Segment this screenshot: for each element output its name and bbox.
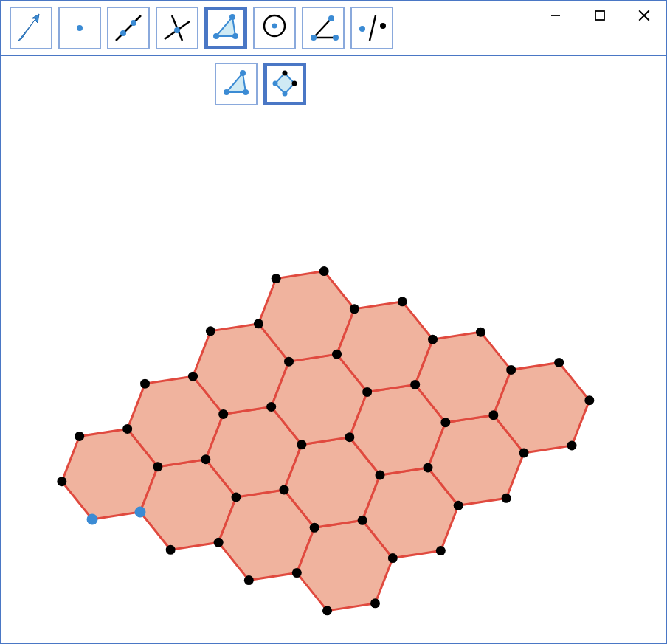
vertex-point[interactable] [440,418,450,427]
vertex-point[interactable] [122,424,132,434]
vertex-point[interactable] [292,568,302,578]
svg-point-15 [333,35,339,41]
svg-point-6 [174,27,180,33]
vertex-point[interactable] [554,358,564,367]
svg-point-14 [311,35,317,41]
vertex-point[interactable] [358,516,367,525]
line-icon [111,11,145,45]
circle-icon [258,11,291,45]
vertex-point[interactable] [345,432,354,442]
app-window [0,0,667,644]
svg-point-8 [229,14,235,20]
svg-point-2 [120,30,126,36]
vertex-point[interactable] [567,441,577,451]
vertex-point[interactable] [488,410,498,420]
vertex-point[interactable] [388,553,398,563]
svg-point-18 [359,26,365,32]
svg-point-0 [77,25,83,31]
close-button[interactable] [622,1,666,30]
vertex-point[interactable] [319,266,329,276]
vertex-point[interactable] [310,523,319,533]
angle-icon [306,11,340,45]
svg-line-13 [314,18,331,38]
maximize-button[interactable] [578,1,622,30]
vertex-point[interactable] [410,380,420,389]
vertex-point[interactable] [153,462,162,471]
reflect-icon [355,11,389,45]
vertex-point[interactable] [75,432,84,441]
defining-point[interactable] [87,514,98,525]
vertex-point[interactable] [232,493,241,502]
vertex-point[interactable] [214,538,224,547]
perpendicular-tool[interactable] [156,7,198,49]
svg-point-19 [380,23,386,29]
vertex-point[interactable] [284,357,294,367]
defining-point[interactable] [135,507,146,518]
window-controls [533,1,666,30]
svg-line-1 [116,15,141,41]
perpendicular-icon [160,11,194,45]
circle-tool[interactable] [253,7,296,49]
line-tool[interactable] [107,7,150,49]
vertex-point[interactable] [140,379,150,389]
vertex-point[interactable] [332,350,342,359]
svg-rect-21 [595,11,604,20]
vertex-point[interactable] [201,454,210,464]
point-icon [63,11,97,45]
vertex-point[interactable] [266,402,276,412]
vertex-point[interactable] [188,372,198,381]
vertex-point[interactable] [166,545,176,555]
vertex-point[interactable] [322,606,332,615]
svg-point-3 [131,20,136,26]
angle-tool[interactable] [302,7,345,49]
vertex-point[interactable] [519,449,529,458]
vertex-point[interactable] [206,326,215,336]
vertex-point[interactable] [398,297,407,306]
vertex-point[interactable] [424,463,433,473]
minimize-icon [550,10,561,21]
maximize-icon [594,10,606,21]
vertex-point[interactable] [584,395,594,405]
svg-line-17 [370,15,376,41]
vertex-point[interactable] [502,494,511,503]
move-tool[interactable] [10,7,52,49]
polygon-tool[interactable] [204,7,247,49]
vertex-point[interactable] [254,319,263,328]
vertex-point[interactable] [57,477,66,486]
close-icon [637,9,651,22]
svg-point-16 [328,15,334,21]
vertex-point[interactable] [350,304,359,314]
canvas-svg [1,55,666,643]
vertex-point[interactable] [272,274,281,283]
vertex-point[interactable] [362,387,372,397]
reflect-tool[interactable] [350,7,393,49]
vertex-point[interactable] [280,485,289,495]
vertex-point[interactable] [506,365,516,375]
main-toolbar [10,7,393,49]
vertex-point[interactable] [454,501,463,510]
vertex-point[interactable] [297,440,306,449]
minimize-button[interactable] [533,1,578,30]
vertex-point[interactable] [218,409,228,419]
svg-point-9 [232,33,238,39]
vertex-point[interactable] [476,328,485,337]
vertex-point[interactable] [370,598,380,608]
vertex-point[interactable] [428,335,438,344]
arrow-icon [14,11,48,45]
drawing-canvas[interactable] [1,55,666,643]
vertex-point[interactable] [376,471,385,480]
titlebar [1,1,666,56]
polygon-icon [209,11,243,45]
point-tool[interactable] [58,7,101,49]
vertex-point[interactable] [244,575,254,585]
svg-point-7 [213,33,219,39]
vertex-point[interactable] [436,546,446,555]
svg-point-11 [272,24,277,29]
